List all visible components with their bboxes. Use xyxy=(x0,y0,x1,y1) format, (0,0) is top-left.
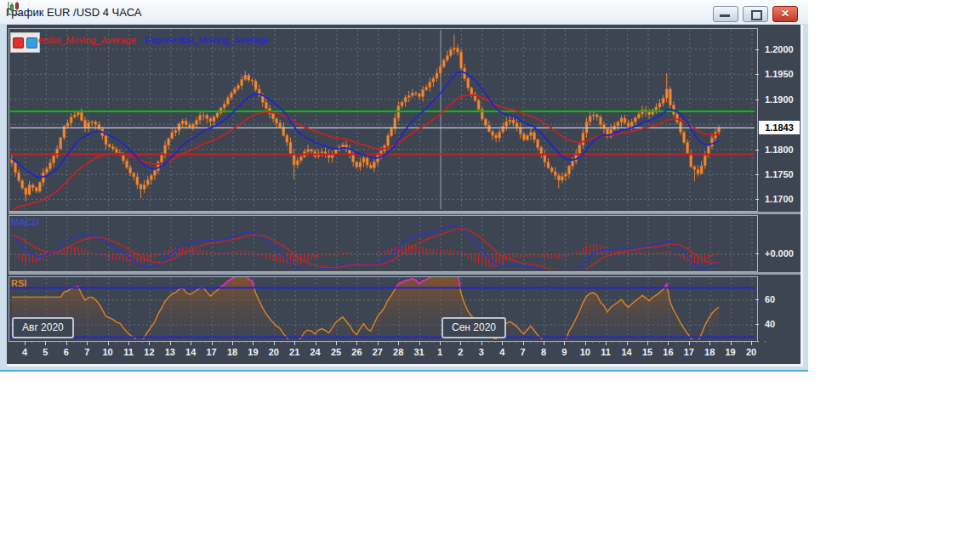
red-indicator-button[interactable] xyxy=(13,37,24,48)
time-tick xyxy=(544,341,544,345)
macd-tick xyxy=(755,253,759,254)
time-label: 19 xyxy=(721,347,741,357)
time-tick xyxy=(481,341,482,345)
time-label: 18 xyxy=(699,347,720,357)
time-tick xyxy=(668,341,669,345)
time-axis[interactable]: 4567101112131417181920212425262728311234… xyxy=(9,341,801,364)
time-tick xyxy=(45,341,46,345)
time-minor-tick xyxy=(322,341,323,343)
title-bar[interactable]: График EUR /USD 4 ЧАСА ✕ xyxy=(0,0,808,24)
time-tick xyxy=(336,341,337,345)
time-tick xyxy=(25,341,26,345)
time-tick xyxy=(647,341,648,345)
time-minor-tick xyxy=(246,341,247,343)
time-minor-tick xyxy=(744,341,745,343)
time-label: 16 xyxy=(658,347,678,357)
price-label: 1.1950 xyxy=(765,69,794,79)
rsi-tick xyxy=(755,324,759,325)
time-minor-tick xyxy=(530,341,531,343)
time-minor-tick xyxy=(281,341,282,343)
time-tick xyxy=(149,341,150,345)
time-minor-tick xyxy=(696,341,697,343)
macd-zero-label: +0.000 xyxy=(765,248,794,258)
minimize-button[interactable] xyxy=(713,6,738,22)
time-label: 17 xyxy=(202,347,222,357)
window-title: График EUR /USD 4 ЧАСА xyxy=(6,6,141,19)
close-button[interactable]: ✕ xyxy=(772,6,798,22)
macd-canvas xyxy=(9,216,755,270)
time-minor-tick xyxy=(163,341,164,343)
time-minor-tick xyxy=(716,341,717,343)
time-label: 31 xyxy=(409,347,430,357)
time-label: 27 xyxy=(368,347,388,357)
macd-panel[interactable] xyxy=(9,215,758,272)
ema-blue-legend: Exponential_Moving_Average xyxy=(145,35,269,45)
time-label: 24 xyxy=(305,347,326,357)
time-minor-tick xyxy=(738,341,738,343)
time-minor-tick xyxy=(260,341,261,343)
restore-icon xyxy=(751,10,762,20)
indicator-buttons xyxy=(10,32,40,53)
time-tick xyxy=(274,341,275,345)
rsi-panel[interactable] xyxy=(9,276,758,342)
time-minor-tick xyxy=(405,341,406,343)
time-label: 20 xyxy=(741,347,761,357)
time-label: 26 xyxy=(346,347,367,357)
time-label: 4 xyxy=(492,347,512,357)
time-minor-tick xyxy=(391,341,392,343)
time-minor-tick xyxy=(620,341,621,343)
time-tick xyxy=(87,341,88,345)
time-tick xyxy=(751,341,752,345)
time-minor-tick xyxy=(371,341,372,343)
time-minor-tick xyxy=(73,341,74,343)
time-tick xyxy=(356,341,357,345)
time-minor-tick xyxy=(197,341,198,343)
time-minor-tick xyxy=(661,341,662,343)
rsi-label: RSI xyxy=(11,278,26,288)
blue-indicator-button[interactable] xyxy=(26,37,37,48)
price-panel[interactable] xyxy=(9,28,758,212)
time-minor-tick xyxy=(599,341,600,343)
time-minor-tick xyxy=(157,341,157,343)
time-minor-tick xyxy=(488,341,489,343)
time-minor-tick xyxy=(612,341,613,343)
time-minor-tick xyxy=(509,341,510,343)
time-tick xyxy=(66,341,67,345)
time-label: 11 xyxy=(595,347,616,357)
time-minor-tick xyxy=(219,341,219,343)
time-minor-tick xyxy=(301,341,302,343)
panel-splitter[interactable] xyxy=(9,212,801,214)
price-tick xyxy=(755,150,759,151)
time-minor-tick xyxy=(413,341,413,343)
time-tick xyxy=(523,341,524,345)
time-minor-tick xyxy=(101,341,102,343)
time-minor-tick xyxy=(385,341,385,343)
candlestick-chart-icon xyxy=(6,0,23,17)
time-tick xyxy=(232,341,233,345)
time-minor-tick xyxy=(453,341,454,343)
time-minor-tick xyxy=(550,341,551,343)
desktop: { "window": { "title": "График EUR /USD … xyxy=(0,0,980,551)
window-bottom-accent xyxy=(0,370,808,372)
time-minor-tick xyxy=(239,341,240,343)
time-tick xyxy=(294,341,295,345)
time-label: 14 xyxy=(617,347,637,357)
time-tick xyxy=(419,341,420,345)
time-minor-tick xyxy=(329,341,330,343)
price-label: 1.1800 xyxy=(765,145,794,155)
rsi-label-val: 40 xyxy=(765,319,775,329)
time-label: 7 xyxy=(513,347,533,357)
price-chart-canvas xyxy=(9,29,755,210)
time-minor-tick xyxy=(572,341,573,343)
time-minor-tick xyxy=(426,341,427,343)
time-minor-tick xyxy=(364,341,365,343)
time-tick xyxy=(606,341,607,345)
price-axis[interactable]: 1.20001.19501.19001.18001.17501.17001.18… xyxy=(758,25,801,341)
time-label: 15 xyxy=(637,347,658,357)
panel-splitter[interactable] xyxy=(9,272,801,275)
macd-label: MACD xyxy=(11,217,39,227)
time-minor-tick xyxy=(94,341,94,343)
time-label: 14 xyxy=(180,347,201,357)
restore-button[interactable] xyxy=(743,6,768,22)
rsi-tick xyxy=(755,299,759,300)
